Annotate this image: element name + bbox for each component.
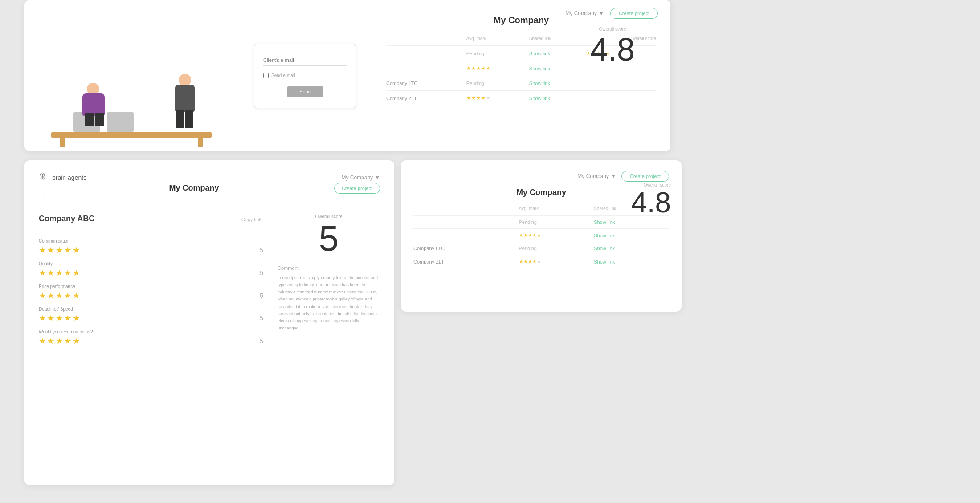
company-dropdown-top[interactable]: My Company ▼ [565, 10, 604, 16]
right-company-name [413, 229, 519, 242]
brain-agents-icon [39, 173, 49, 183]
rating-value-recommend: 5 [254, 337, 263, 345]
office-illustration [38, 67, 225, 147]
right-company-name: Company ZLT [413, 255, 519, 268]
overall-score-number: 4.8 [590, 33, 635, 65]
rating-row-recommend: Would you recommend us? ★★★★★ 5 [39, 329, 263, 346]
comment-label: Comment [278, 265, 380, 271]
right-show-link[interactable]: Show link [594, 229, 669, 242]
dropdown-arrow-bottom-icon: ▼ [375, 174, 380, 181]
top-card-right: My Company ▼ Create project My Company O… [372, 0, 670, 151]
top-right-nav: My Company ▼ Create project [565, 8, 658, 19]
rating-label-recommend: Would you recommend us? [39, 329, 263, 334]
show-link-cell[interactable]: Show link [529, 91, 586, 106]
create-project-button-right[interactable]: Create project [621, 171, 669, 182]
right-col-avg-mark: Avg. mark [519, 206, 594, 216]
stars-quality: ★★★★★ [39, 268, 81, 278]
bottom-left-panel: Company ABC Copy link Communication ★★★★… [39, 214, 263, 352]
right-avg-mark: ★★★★★ [519, 229, 594, 242]
overall-score-right-number: 5 [278, 221, 380, 256]
right-score-table: Avg. mark Shared link Pending Show link … [413, 206, 669, 268]
send-button[interactable]: Send [287, 86, 323, 97]
rating-value-price: 5 [254, 292, 263, 299]
overall-score-big: Owerall score 4.8 [590, 27, 635, 65]
rating-label-quality: Quality [39, 261, 263, 266]
bottom-nav-row: ← My Company Create project [39, 185, 380, 202]
desk [51, 132, 212, 138]
create-project-button-bottom[interactable]: Create project [334, 183, 380, 194]
show-link-cell[interactable]: Show link [529, 46, 586, 61]
right-panel: My Company ▼ Create project Owerall scor… [401, 160, 682, 312]
email-form-area: Send e-mail Send [238, 0, 372, 151]
stars-deadline: ★★★★★ [39, 313, 81, 323]
company-name-cell: Company ZLT [386, 91, 466, 106]
brain-agents-label: brain agents [52, 174, 86, 181]
right-show-link[interactable]: Show link [594, 255, 669, 268]
stars-communication: ★★★★★ [39, 245, 81, 255]
copy-link-label[interactable]: Copy link [241, 217, 263, 222]
company-name-cell [386, 61, 466, 76]
col-company [386, 36, 466, 46]
send-email-checkbox[interactable] [263, 73, 269, 78]
bottom-content: Company ABC Copy link Communication ★★★★… [39, 214, 380, 352]
comment-section: Comment Lorem Ipsum is simply dummy text… [278, 265, 380, 332]
col-shared-link: Shared link [529, 36, 586, 46]
stars-price: ★★★★★ [39, 291, 81, 300]
bottom-main-title: My Company [169, 183, 219, 193]
right-panel-nav: My Company ▼ Create project [413, 171, 669, 182]
right-company-name [413, 216, 519, 229]
company-dropdown-bottom-label: My Company [341, 174, 373, 181]
rating-row-price: Price performance ★★★★★ 5 [39, 284, 263, 300]
stars-recommend: ★★★★★ [39, 336, 81, 346]
desk-leg-right [198, 136, 203, 147]
right-table-row: Company LTC Pending Show link [413, 242, 669, 255]
stars-cell [586, 76, 656, 91]
right-panel-title: My Company [413, 188, 669, 197]
brain-logo: brain agents [39, 173, 86, 183]
col-avg-mark: Avg. mark [466, 36, 529, 46]
standing-body [175, 85, 195, 112]
rating-row-communication: Communication ★★★★★ 5 [39, 239, 263, 255]
company-abc-title: Company ABC [39, 214, 94, 223]
top-card: Send e-mail Send My Company ▼ Create pro… [24, 0, 670, 151]
table-row: Company ZLT ★★★★★ Show link [386, 91, 656, 106]
rating-stars-deadline: ★★★★★ 5 [39, 313, 263, 323]
rating-value-quality: 5 [254, 269, 263, 276]
right-table-row: Pending Show link [413, 216, 669, 229]
right-avg-mark: Pending [519, 216, 594, 229]
table-row: Company LTC Pending Show link [386, 76, 656, 91]
show-link-cell[interactable]: Show link [529, 76, 586, 91]
rating-label-communication: Communication [39, 239, 263, 243]
right-show-link[interactable]: Show link [594, 242, 669, 255]
create-project-button-top[interactable]: Create project [610, 8, 658, 19]
bottom-card: brain agents My Company ▼ ← My Company C… [24, 160, 394, 485]
company-dropdown-bottom[interactable]: My Company ▼ [341, 174, 380, 181]
rating-stars-quality: ★★★★★ 5 [39, 268, 263, 278]
right-col-company [413, 206, 519, 216]
standing-leg-2 [185, 110, 193, 128]
illustration-area [24, 0, 238, 151]
overall-score-big-right: Owerall score 4.8 [631, 183, 671, 217]
company-name-cell: Company LTC [386, 76, 466, 91]
overall-big-right-number: 4.8 [631, 188, 671, 217]
overall-score-label: Owerall score [590, 27, 635, 32]
right-table-row: ★★★★★ Show link [413, 229, 669, 242]
rating-stars-recommend: ★★★★★ 5 [39, 336, 263, 346]
right-company-name: Company LTC [413, 242, 519, 255]
stars-cell [586, 91, 656, 106]
person-sitting [78, 83, 118, 132]
avg-mark-cell: Pending [466, 76, 529, 91]
client-email-input[interactable] [263, 55, 347, 66]
rating-value-deadline: 5 [254, 315, 263, 322]
person-standing [167, 74, 203, 132]
avg-mark-cell: Pending [466, 46, 529, 61]
show-link-cell[interactable]: Show link [529, 61, 586, 76]
avg-mark-cell: ★★★★★ [466, 91, 529, 106]
desk-leg-left [60, 136, 65, 147]
email-form: Send e-mail Send [254, 44, 356, 108]
back-button[interactable]: ← [39, 189, 54, 202]
company-dropdown-right-label: My Company [577, 173, 609, 179]
send-email-label: Send e-mail [271, 73, 295, 78]
company-dropdown-right[interactable]: My Company ▼ [577, 173, 616, 179]
send-email-checkbox-row: Send e-mail [263, 73, 347, 78]
